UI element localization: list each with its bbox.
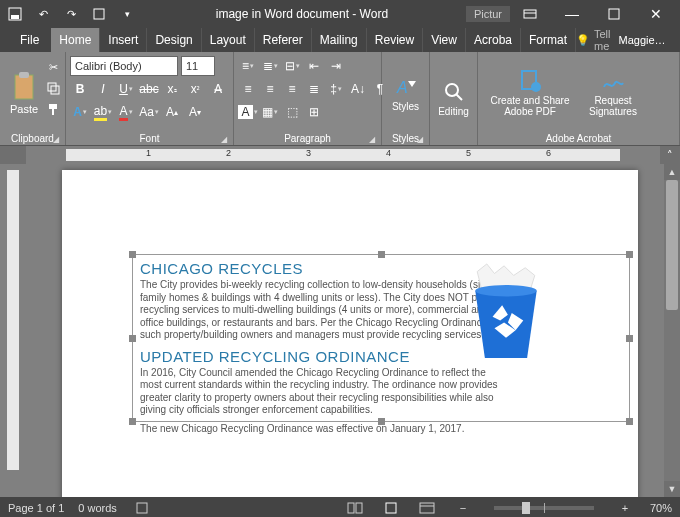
sort-button[interactable]: A↓ <box>348 79 368 99</box>
clear-formatting-icon[interactable]: A̶ <box>208 79 228 99</box>
svg-rect-6 <box>15 75 33 99</box>
font-name-combo[interactable]: Calibri (Body) <box>70 56 178 76</box>
tab-file[interactable]: File <box>12 28 51 52</box>
align-center-button[interactable]: ≡ <box>260 79 280 99</box>
bullets-button[interactable]: ≡ <box>238 56 258 76</box>
print-layout-icon[interactable] <box>380 499 402 517</box>
close-button[interactable]: ✕ <box>636 0 676 28</box>
ruler-vertical[interactable] <box>0 164 26 497</box>
scroll-thumb[interactable] <box>666 180 678 310</box>
ruler-corner <box>0 146 26 164</box>
request-signatures-button[interactable]: Request Signatures <box>578 54 648 132</box>
svg-rect-11 <box>52 109 54 115</box>
editing-button[interactable]: Editing <box>434 54 473 143</box>
redo-icon[interactable]: ↷ <box>60 3 82 25</box>
justify-button[interactable]: ≣ <box>304 79 324 99</box>
align-right-button[interactable]: ≡ <box>282 79 302 99</box>
word-count[interactable]: 0 words <box>78 502 117 514</box>
read-mode-icon[interactable] <box>344 499 366 517</box>
scroll-up-icon[interactable]: ▲ <box>664 164 680 180</box>
qat-customize-icon[interactable]: ▾ <box>116 3 138 25</box>
italic-button[interactable]: I <box>93 79 113 99</box>
numbering-button[interactable]: ≣ <box>260 56 280 76</box>
svg-rect-9 <box>51 86 59 94</box>
subscript-button[interactable]: x₂ <box>162 79 182 99</box>
tab-layout[interactable]: Layout <box>202 28 255 52</box>
dialog-launcher-icon[interactable]: ◢ <box>417 135 423 144</box>
strikethrough-button[interactable]: abc <box>139 79 159 99</box>
body-text: The City provides bi-weekly recycling co… <box>140 279 510 342</box>
svg-point-17 <box>475 285 536 297</box>
shading-button[interactable]: A <box>238 102 258 122</box>
qat-button[interactable] <box>88 3 110 25</box>
dialog-launcher-icon[interactable]: ◢ <box>369 135 375 144</box>
web-layout-icon[interactable] <box>416 499 438 517</box>
save-icon[interactable] <box>4 3 26 25</box>
highlight-button[interactable]: ab <box>93 102 113 122</box>
share-button[interactable]: 👤Share <box>674 32 680 49</box>
tab-mailings[interactable]: Mailing <box>312 28 367 52</box>
underline-button[interactable]: U <box>116 79 136 99</box>
paragraph-button[interactable]: ⊞ <box>304 102 324 122</box>
zoom-level[interactable]: 70% <box>650 502 672 514</box>
group-font: Calibri (Body) 11 B I U abc x₂ x² A̶ A a… <box>66 52 234 145</box>
superscript-button[interactable]: x² <box>185 79 205 99</box>
copy-icon[interactable] <box>44 79 62 97</box>
ruler-horizontal[interactable]: 1 2 3 4 5 6 ˄ <box>0 146 680 164</box>
grow-font-button[interactable]: A▴ <box>162 102 182 122</box>
group-label: Font <box>139 133 159 144</box>
page-indicator[interactable]: Page 1 of 1 <box>8 502 64 514</box>
collapse-ribbon-icon[interactable]: ˄ <box>660 146 680 164</box>
tab-insert[interactable]: Insert <box>100 28 147 52</box>
recycling-bin-image[interactable] <box>458 262 554 362</box>
group-label: Adobe Acrobat <box>546 133 612 144</box>
zoom-in-button[interactable]: + <box>614 499 636 517</box>
align-left-button[interactable]: ≡ <box>238 79 258 99</box>
proofing-icon[interactable] <box>131 499 153 517</box>
create-share-pdf-button[interactable]: Create and Share Adobe PDF <box>482 54 578 132</box>
font-color-button[interactable]: A <box>116 102 136 122</box>
increase-indent-button[interactable]: ⇥ <box>326 56 346 76</box>
tab-design[interactable]: Design <box>147 28 201 52</box>
dialog-launcher-icon[interactable]: ◢ <box>53 135 59 144</box>
zoom-out-button[interactable]: − <box>452 499 474 517</box>
vertical-scrollbar[interactable]: ▲ ▼ <box>664 164 680 497</box>
zoom-slider[interactable] <box>494 506 594 510</box>
format-painter-icon[interactable] <box>44 100 62 118</box>
tab-review[interactable]: Review <box>367 28 423 52</box>
scroll-down-icon[interactable]: ▼ <box>664 481 680 497</box>
tab-view[interactable]: View <box>423 28 466 52</box>
maximize-button[interactable] <box>594 0 634 28</box>
paragraph-button[interactable]: ⬚ <box>282 102 302 122</box>
picture-tools-context-tab[interactable]: Pictur <box>466 6 510 22</box>
text-effects-button[interactable]: A <box>70 102 90 122</box>
ribbon-display-options-icon[interactable] <box>510 0 550 28</box>
user-name[interactable]: Maggie… <box>619 34 666 46</box>
title-bar: ↶ ↷ ▾ image in Word document - Word Pict… <box>0 0 680 28</box>
borders-button[interactable]: ▦ <box>260 102 280 122</box>
undo-icon[interactable]: ↶ <box>32 3 54 25</box>
minimize-button[interactable]: — <box>552 0 592 28</box>
group-label: Paragraph <box>284 133 331 144</box>
tell-me-search[interactable]: 💡Tell me <box>576 28 611 52</box>
font-size-combo[interactable]: 11 <box>181 56 215 76</box>
multilevel-list-button[interactable]: ⊟ <box>282 56 302 76</box>
change-case-button[interactable]: Aa <box>139 102 159 122</box>
svg-rect-21 <box>386 503 396 513</box>
svg-rect-5 <box>609 9 619 19</box>
styles-button[interactable]: A Styles <box>386 54 425 132</box>
tab-format[interactable]: Format <box>521 28 576 52</box>
cut-icon[interactable]: ✂ <box>44 58 62 76</box>
paste-button[interactable]: Paste <box>6 65 42 121</box>
dialog-launcher-icon[interactable]: ◢ <box>221 135 227 144</box>
shrink-font-button[interactable]: A▾ <box>185 102 205 122</box>
line-spacing-button[interactable]: ‡ <box>326 79 346 99</box>
tab-references[interactable]: Referer <box>255 28 312 52</box>
tab-home[interactable]: Home <box>51 28 100 52</box>
svg-rect-20 <box>356 503 362 513</box>
bold-button[interactable]: B <box>70 79 90 99</box>
decrease-indent-button[interactable]: ⇤ <box>304 56 324 76</box>
group-styles: A Styles Styles◢ <box>382 52 430 145</box>
tab-acrobat[interactable]: Acroba <box>466 28 521 52</box>
page[interactable]: CHICAGO RECYCLES The City provides bi-we… <box>62 170 638 497</box>
